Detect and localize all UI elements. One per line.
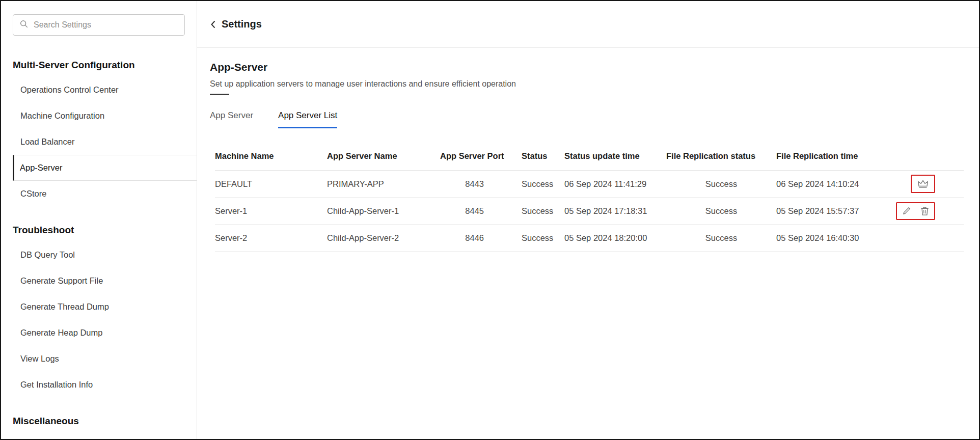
crown-icon[interactable]	[917, 179, 929, 189]
section-title-multi-server-configuration: Multi-Server Configuration	[1, 59, 197, 71]
cell-machine-name: Server-2	[215, 233, 327, 243]
cell-machine-name: DEFAULT	[215, 179, 327, 189]
sidebar-item-generate-thread-dump[interactable]: Generate Thread Dump	[13, 294, 197, 320]
sidebar-item-machine-configuration[interactable]: Machine Configuration	[13, 103, 197, 129]
column-header-file-replication-time: File Replication time	[776, 151, 887, 161]
settings-sidebar: Multi-Server Configuration Operations Co…	[1, 1, 197, 439]
annotation-highlight-box	[911, 175, 935, 193]
section-title-troubleshoot: Troubleshoot	[1, 224, 197, 236]
annotation-highlight-box	[896, 202, 935, 220]
sidebar-item-app-server[interactable]: App-Server	[13, 155, 197, 181]
settings-header-title: Settings	[222, 18, 262, 30]
search-box[interactable]	[13, 14, 185, 36]
table-row: Server-2 Child-App-Server-2 8446 Success…	[215, 225, 964, 252]
title-accent-bar	[210, 94, 229, 95]
column-header-status-update-time: Status update time	[564, 151, 666, 161]
cell-actions	[887, 202, 964, 220]
sidebar-item-get-installation-info[interactable]: Get Installation Info	[13, 372, 197, 398]
cell-actions	[887, 175, 964, 193]
cell-file-replication-status: Success	[666, 233, 776, 243]
section-title-miscellaneous: Miscellaneous	[1, 415, 197, 427]
cell-status-update-time: 05 Sep 2024 17:18:31	[564, 206, 666, 216]
sidebar-item-view-logs[interactable]: View Logs	[13, 346, 197, 372]
column-header-status: Status	[522, 151, 564, 161]
tab-app-server[interactable]: App Server	[210, 111, 253, 128]
cell-status: Success	[522, 179, 564, 189]
column-header-app-server-name: App Server Name	[327, 151, 440, 161]
sidebar-item-generate-support-file[interactable]: Generate Support File	[13, 268, 197, 294]
tab-bar: App Server App Server List	[210, 111, 964, 128]
cell-app-server-name: Child-App-Server-1	[327, 206, 440, 216]
cell-status-update-time: 05 Sep 2024 18:20:00	[564, 233, 666, 243]
cell-app-server-name: Child-App-Server-2	[327, 233, 440, 243]
cell-file-replication-status: Success	[666, 179, 776, 189]
sidebar-section-troubleshoot: Troubleshoot DB Query Tool Generate Supp…	[1, 224, 197, 398]
table-header-row: Machine Name App Server Name App Server …	[215, 142, 964, 171]
pencil-icon[interactable]	[902, 206, 911, 215]
sidebar-section-miscellaneous: Miscellaneous	[1, 415, 197, 427]
cell-app-server-port: 8443	[440, 179, 522, 189]
table-row: Server-1 Child-App-Server-1 8445 Success…	[215, 198, 964, 225]
column-header-file-replication-status: File Replication status	[666, 151, 776, 161]
chevron-left-icon[interactable]	[210, 19, 216, 30]
sidebar-item-cstore[interactable]: CStore	[13, 181, 197, 207]
cell-file-replication-time: 06 Sep 2024 14:10:24	[776, 179, 887, 189]
cell-file-replication-time: 05 Sep 2024 16:40:30	[776, 233, 887, 243]
search-icon	[19, 19, 29, 31]
sidebar-item-operations-control-center[interactable]: Operations Control Center	[13, 77, 197, 103]
page-subtitle: Set up application servers to manage use…	[210, 79, 964, 89]
cell-status: Success	[522, 233, 564, 243]
table-row: DEFAULT PRIMARY-APP 8443 Success 06 Sep …	[215, 171, 964, 198]
trash-icon[interactable]	[920, 206, 929, 216]
page-title: App-Server	[210, 61, 964, 73]
sidebar-item-db-query-tool[interactable]: DB Query Tool	[13, 242, 197, 268]
cell-file-replication-time: 05 Sep 2024 15:57:37	[776, 206, 887, 216]
cell-app-server-name: PRIMARY-APP	[327, 179, 440, 189]
cell-status-update-time: 06 Sep 2024 11:41:29	[564, 179, 666, 189]
tab-app-server-list[interactable]: App Server List	[278, 111, 337, 128]
column-header-app-server-port: App Server Port	[440, 151, 522, 161]
main-panel: Settings App-Server Set up application s…	[197, 1, 979, 439]
cell-file-replication-status: Success	[666, 206, 776, 216]
cell-status: Success	[522, 206, 564, 216]
sidebar-section-multi-server: Multi-Server Configuration Operations Co…	[1, 59, 197, 207]
cell-machine-name: Server-1	[215, 206, 327, 216]
search-input[interactable]	[34, 20, 178, 30]
sidebar-item-load-balancer[interactable]: Load Balancer	[13, 129, 197, 155]
app-server-table: Machine Name App Server Name App Server …	[215, 142, 964, 252]
settings-back-header[interactable]: Settings	[197, 1, 979, 48]
column-header-machine-name: Machine Name	[215, 151, 327, 161]
sidebar-item-generate-heap-dump[interactable]: Generate Heap Dump	[13, 320, 197, 346]
cell-app-server-port: 8445	[440, 206, 522, 216]
app-server-content: App-Server Set up application servers to…	[197, 48, 979, 252]
cell-app-server-port: 8446	[440, 233, 522, 243]
app-window: Multi-Server Configuration Operations Co…	[0, 0, 980, 440]
